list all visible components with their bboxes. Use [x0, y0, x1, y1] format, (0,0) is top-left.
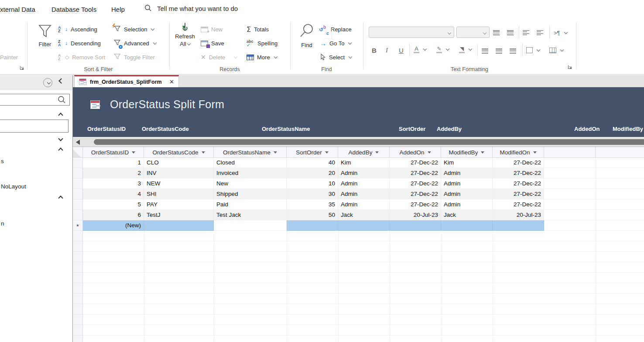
cell-addedon[interactable]: 27-Dec-22 — [390, 199, 441, 210]
cell-sortorder[interactable]: 10 — [287, 178, 338, 189]
background-color-button[interactable]: ◥ — [459, 44, 472, 55]
remove-sort-button[interactable]: AZ◇ Remove Sort — [58, 52, 105, 62]
tell-me-box[interactable]: Tell me what you want to do — [144, 4, 238, 12]
column-header-orderstatuscode[interactable]: OrderStatusCode — [144, 147, 214, 158]
cell-modifiedby[interactable]: Admin — [441, 199, 493, 210]
column-header-sortorder[interactable]: SortOrder — [287, 147, 338, 158]
column-filter-arrow-icon[interactable] — [481, 151, 484, 154]
nav-search-box[interactable] — [0, 94, 70, 106]
totals-button[interactable]: Σ Totals — [247, 24, 269, 34]
cell-orderstatusname[interactable]: Test Jack — [214, 210, 287, 220]
delete-record-button[interactable]: ✕ Delete — [201, 52, 237, 62]
record-selector[interactable] — [73, 210, 83, 220]
filter-button[interactable]: Filter — [33, 23, 57, 48]
column-header-addedby[interactable]: AddedBy — [338, 147, 390, 158]
cell-orderstatusname-new[interactable] — [214, 220, 287, 231]
cell-orderstatusname[interactable]: Closed — [214, 157, 287, 168]
nav-item-partial[interactable]: NoLayout — [1, 183, 26, 190]
nav-section-collapse-icon[interactable] — [58, 113, 63, 117]
cell-modifiedon[interactable]: 27-Dec-22 — [493, 157, 544, 168]
italic-button[interactable]: I — [386, 45, 388, 55]
cell-addedon[interactable]: 20-Jul-23 — [390, 210, 441, 220]
increase-indent-button[interactable] — [523, 27, 529, 38]
descending-button[interactable]: ZA↓ Descending — [58, 38, 101, 48]
underline-button[interactable]: U — [399, 45, 404, 55]
ribbon-tab-help[interactable]: Help — [111, 6, 125, 13]
spelling-button[interactable]: abc✓ Spelling — [247, 38, 277, 48]
close-icon[interactable]: ✕ — [169, 79, 174, 85]
ribbon-tab-database-tools[interactable]: Database Tools — [51, 6, 96, 13]
cell-modifiedby[interactable]: Admin — [441, 168, 493, 178]
format-painter-button[interactable]: Painter — [0, 52, 18, 62]
cell-modifiedon[interactable]: 27-Dec-22 — [493, 199, 544, 210]
numbering-button[interactable] — [507, 27, 514, 38]
font-size-combobox[interactable] — [456, 27, 490, 38]
nav-menu-button[interactable] — [43, 78, 52, 87]
font-name-combobox[interactable] — [369, 27, 454, 38]
advanced-button[interactable]: Advanced — [113, 38, 156, 48]
cell-orderstatusname[interactable]: Paid — [214, 199, 287, 210]
font-color-button[interactable]: A — [414, 44, 426, 55]
cell-sortorder[interactable]: 20 — [287, 168, 338, 178]
scrollbar-thumb[interactable] — [94, 139, 644, 145]
cell-addedby[interactable]: Admin — [338, 189, 390, 199]
select-all-corner[interactable] — [73, 147, 83, 157]
cell-addedon[interactable]: 27-Dec-22 — [390, 178, 441, 189]
nav-selected-item-box[interactable] — [0, 120, 69, 133]
cell-orderstatuscode[interactable]: PAY — [144, 199, 214, 210]
cell-addedby-new[interactable] — [338, 220, 390, 231]
cell-modifiedby-new[interactable] — [441, 220, 493, 231]
cell-modifiedby[interactable]: Admin — [441, 178, 493, 189]
document-tab[interactable]: frm_OrderStatus_SplitForm ✕ — [74, 75, 179, 87]
text-direction-button[interactable]: >¶ — [554, 27, 567, 38]
cell-orderstatusname[interactable]: New — [214, 178, 287, 189]
find-button[interactable]: Find — [295, 23, 319, 49]
column-filter-arrow-icon[interactable] — [375, 151, 379, 154]
cell-orderstatusid[interactable]: 3 — [83, 178, 144, 189]
cell-modifiedon[interactable]: 27-Dec-22 — [493, 168, 544, 178]
cell-modifiedon[interactable]: 27-Dec-22 — [493, 189, 544, 199]
cell-modifiedon[interactable]: 27-Dec-22 — [493, 178, 544, 189]
cell-modifiedon-new[interactable] — [493, 220, 544, 231]
align-left-button[interactable] — [482, 46, 488, 56]
go-to-button[interactable]: → Go To — [320, 38, 351, 48]
column-filter-arrow-icon[interactable] — [428, 151, 431, 154]
clipboard-dialog-launcher-icon[interactable] — [19, 65, 25, 71]
cell-addedby[interactable]: Kim — [338, 157, 390, 168]
horizontal-scrollbar[interactable] — [73, 137, 644, 147]
cell-modifiedby[interactable]: Jack — [441, 210, 493, 220]
record-selector[interactable] — [73, 168, 83, 178]
save-record-button[interactable]: Save — [201, 38, 224, 48]
column-header-modifiedby[interactable]: ModifiedBy — [441, 147, 493, 158]
cell-orderstatuscode[interactable]: CLO — [144, 157, 214, 168]
decrease-indent-button[interactable] — [537, 27, 543, 38]
selection-button[interactable]: Selection — [113, 24, 154, 34]
cell-addedby[interactable]: Admin — [338, 168, 390, 178]
align-center-button[interactable] — [496, 46, 502, 56]
cell-orderstatuscode[interactable]: TestJ — [144, 210, 214, 220]
cell-addedby[interactable]: Admin — [338, 199, 390, 210]
cell-orderstatusid[interactable]: 6 — [83, 210, 144, 220]
record-selector[interactable] — [73, 199, 83, 210]
cell-orderstatusid[interactable]: 5 — [83, 199, 144, 210]
column-filter-arrow-icon[interactable] — [274, 151, 277, 154]
cell-addedon[interactable]: 27-Dec-22 — [390, 168, 441, 178]
bold-button[interactable]: B — [372, 45, 377, 55]
cell-addedby[interactable]: Admin — [338, 178, 390, 189]
cell-sortorder[interactable]: 40 — [287, 157, 338, 168]
replace-button[interactable]: ↺bc Replace — [320, 24, 352, 34]
align-right-button[interactable] — [510, 46, 516, 56]
select-button[interactable]: Select — [320, 52, 352, 62]
record-selector[interactable] — [73, 178, 83, 189]
scroll-left-arrow-icon[interactable] — [76, 140, 80, 145]
cell-sortorder-new[interactable] — [287, 220, 338, 231]
cell-orderstatuscode[interactable]: INV — [144, 168, 214, 178]
cell-orderstatusid[interactable]: 1 — [83, 157, 144, 168]
toggle-filter-button[interactable]: Toggle Filter — [113, 52, 155, 62]
cell-orderstatuscode-new[interactable] — [144, 220, 214, 231]
new-record-button[interactable]: + New — [201, 24, 223, 34]
cell-addedon[interactable]: 27-Dec-22 — [390, 189, 441, 199]
cell-orderstatusid-new[interactable]: (New) — [83, 220, 144, 231]
ribbon-tab-external-data[interactable]: xternal Data — [0, 6, 35, 13]
text-formatting-dialog-launcher-icon[interactable] — [567, 64, 573, 70]
